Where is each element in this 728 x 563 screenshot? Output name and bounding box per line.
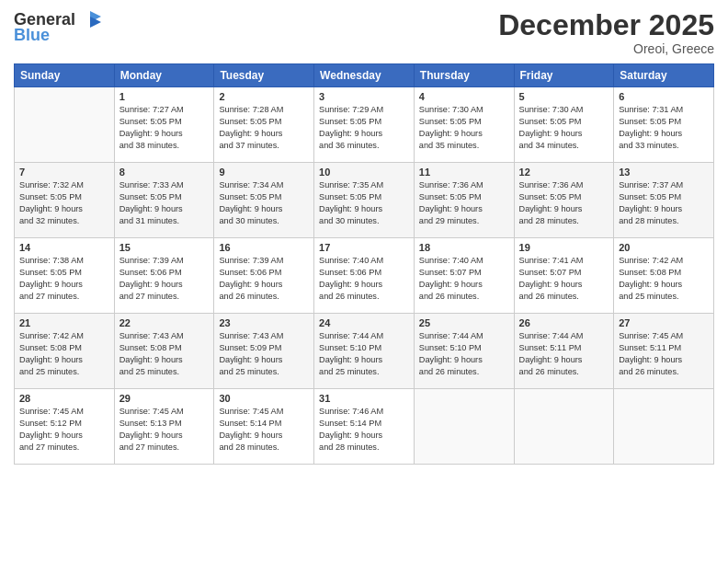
day-number: 15 — [119, 242, 210, 253]
calendar-cell: 28Sunrise: 7:45 AMSunset: 5:12 PMDayligh… — [15, 389, 115, 465]
calendar-cell: 3Sunrise: 7:29 AMSunset: 5:05 PMDaylight… — [314, 87, 415, 163]
title-block: December 2025 Oreoi, Greece — [498, 9, 714, 56]
week-row-5: 28Sunrise: 7:45 AMSunset: 5:12 PMDayligh… — [15, 389, 714, 465]
month-title: December 2025 — [498, 9, 714, 41]
day-info: Sunrise: 7:29 AMSunset: 5:05 PMDaylight:… — [319, 104, 409, 152]
day-info: Sunrise: 7:44 AMSunset: 5:10 PMDaylight:… — [419, 330, 509, 378]
day-info: Sunrise: 7:43 AMSunset: 5:09 PMDaylight:… — [219, 330, 309, 378]
calendar-cell: 17Sunrise: 7:40 AMSunset: 5:06 PMDayligh… — [314, 238, 415, 314]
calendar-cell: 10Sunrise: 7:35 AMSunset: 5:05 PMDayligh… — [314, 163, 415, 238]
week-row-3: 14Sunrise: 7:38 AMSunset: 5:05 PMDayligh… — [15, 238, 714, 314]
calendar-cell: 27Sunrise: 7:45 AMSunset: 5:11 PMDayligh… — [614, 314, 714, 389]
day-number: 25 — [419, 317, 509, 328]
day-info: Sunrise: 7:45 AMSunset: 5:12 PMDaylight:… — [19, 406, 109, 454]
calendar-cell: 29Sunrise: 7:45 AMSunset: 5:13 PMDayligh… — [114, 389, 214, 465]
header-cell-friday: Friday — [514, 64, 614, 87]
calendar-cell — [614, 389, 714, 465]
day-info: Sunrise: 7:33 AMSunset: 5:05 PMDaylight:… — [119, 179, 210, 227]
header-row: SundayMondayTuesdayWednesdayThursdayFrid… — [15, 64, 714, 87]
calendar-cell: 22Sunrise: 7:43 AMSunset: 5:08 PMDayligh… — [114, 314, 214, 389]
logo-blue: Blue — [14, 26, 50, 45]
calendar-cell: 4Sunrise: 7:30 AMSunset: 5:05 PMDaylight… — [414, 87, 514, 163]
day-number: 5 — [519, 91, 609, 102]
day-info: Sunrise: 7:31 AMSunset: 5:05 PMDaylight:… — [619, 104, 709, 152]
day-number: 6 — [619, 91, 709, 102]
calendar-cell — [514, 389, 614, 465]
day-number: 1 — [119, 91, 210, 102]
header-cell-wednesday: Wednesday — [314, 64, 415, 87]
day-info: Sunrise: 7:36 AMSunset: 5:05 PMDaylight:… — [519, 179, 609, 227]
day-info: Sunrise: 7:32 AMSunset: 5:05 PMDaylight:… — [19, 179, 109, 227]
calendar-cell: 8Sunrise: 7:33 AMSunset: 5:05 PMDaylight… — [114, 163, 214, 238]
day-number: 18 — [419, 242, 509, 253]
day-number: 9 — [219, 167, 309, 178]
calendar-cell: 24Sunrise: 7:44 AMSunset: 5:10 PMDayligh… — [314, 314, 415, 389]
calendar-cell: 31Sunrise: 7:46 AMSunset: 5:14 PMDayligh… — [314, 389, 415, 465]
day-info: Sunrise: 7:44 AMSunset: 5:11 PMDaylight:… — [519, 330, 609, 378]
calendar-cell: 18Sunrise: 7:40 AMSunset: 5:07 PMDayligh… — [414, 238, 514, 314]
header-cell-monday: Monday — [114, 64, 214, 87]
day-info: Sunrise: 7:40 AMSunset: 5:07 PMDaylight:… — [419, 255, 509, 303]
day-number: 30 — [219, 393, 309, 404]
week-row-4: 21Sunrise: 7:42 AMSunset: 5:08 PMDayligh… — [15, 314, 714, 389]
calendar-cell: 13Sunrise: 7:37 AMSunset: 5:05 PMDayligh… — [614, 163, 714, 238]
day-info: Sunrise: 7:36 AMSunset: 5:05 PMDaylight:… — [419, 179, 509, 227]
day-number: 23 — [219, 317, 309, 328]
day-info: Sunrise: 7:44 AMSunset: 5:10 PMDaylight:… — [319, 330, 409, 378]
calendar-cell: 26Sunrise: 7:44 AMSunset: 5:11 PMDayligh… — [514, 314, 614, 389]
calendar-cell: 1Sunrise: 7:27 AMSunset: 5:05 PMDaylight… — [114, 87, 214, 163]
day-number: 21 — [19, 317, 109, 328]
calendar-cell — [15, 87, 115, 163]
calendar-cell — [414, 389, 514, 465]
day-number: 12 — [519, 167, 609, 178]
header-cell-thursday: Thursday — [414, 64, 514, 87]
calendar-cell: 15Sunrise: 7:39 AMSunset: 5:06 PMDayligh… — [114, 238, 214, 314]
calendar-cell: 6Sunrise: 7:31 AMSunset: 5:05 PMDaylight… — [614, 87, 714, 163]
day-number: 10 — [319, 167, 409, 178]
calendar-cell: 11Sunrise: 7:36 AMSunset: 5:05 PMDayligh… — [414, 163, 514, 238]
day-number: 17 — [319, 242, 409, 253]
day-number: 26 — [519, 317, 609, 328]
day-number: 19 — [519, 242, 609, 253]
calendar-cell: 20Sunrise: 7:42 AMSunset: 5:08 PMDayligh… — [614, 238, 714, 314]
week-row-2: 7Sunrise: 7:32 AMSunset: 5:05 PMDaylight… — [15, 163, 714, 238]
day-number: 28 — [19, 393, 109, 404]
day-info: Sunrise: 7:43 AMSunset: 5:08 PMDaylight:… — [119, 330, 210, 378]
day-number: 8 — [119, 167, 210, 178]
calendar-cell: 12Sunrise: 7:36 AMSunset: 5:05 PMDayligh… — [514, 163, 614, 238]
logo: General Blue — [14, 9, 103, 45]
day-number: 3 — [319, 91, 409, 102]
day-info: Sunrise: 7:39 AMSunset: 5:06 PMDaylight:… — [119, 255, 210, 303]
day-info: Sunrise: 7:35 AMSunset: 5:05 PMDaylight:… — [319, 179, 409, 227]
day-info: Sunrise: 7:42 AMSunset: 5:08 PMDaylight:… — [19, 330, 109, 378]
calendar-table: SundayMondayTuesdayWednesdayThursdayFrid… — [14, 63, 714, 465]
calendar-cell: 9Sunrise: 7:34 AMSunset: 5:05 PMDaylight… — [214, 163, 314, 238]
calendar-cell: 19Sunrise: 7:41 AMSunset: 5:07 PMDayligh… — [514, 238, 614, 314]
day-info: Sunrise: 7:37 AMSunset: 5:05 PMDaylight:… — [619, 179, 709, 227]
day-number: 13 — [619, 167, 709, 178]
day-info: Sunrise: 7:34 AMSunset: 5:05 PMDaylight:… — [219, 179, 309, 227]
day-number: 24 — [319, 317, 409, 328]
day-info: Sunrise: 7:30 AMSunset: 5:05 PMDaylight:… — [419, 104, 509, 152]
calendar-cell: 7Sunrise: 7:32 AMSunset: 5:05 PMDaylight… — [15, 163, 115, 238]
day-number: 31 — [319, 393, 409, 404]
day-info: Sunrise: 7:30 AMSunset: 5:05 PMDaylight:… — [519, 104, 609, 152]
day-info: Sunrise: 7:41 AMSunset: 5:07 PMDaylight:… — [519, 255, 609, 303]
day-number: 4 — [419, 91, 509, 102]
location: Oreoi, Greece — [498, 41, 714, 56]
day-info: Sunrise: 7:27 AMSunset: 5:05 PMDaylight:… — [119, 104, 210, 152]
day-number: 2 — [219, 91, 309, 102]
header-cell-saturday: Saturday — [614, 64, 714, 87]
day-number: 20 — [619, 242, 709, 253]
day-number: 16 — [219, 242, 309, 253]
day-info: Sunrise: 7:45 AMSunset: 5:13 PMDaylight:… — [119, 406, 210, 454]
day-info: Sunrise: 7:28 AMSunset: 5:05 PMDaylight:… — [219, 104, 309, 152]
day-number: 27 — [619, 317, 709, 328]
day-info: Sunrise: 7:46 AMSunset: 5:14 PMDaylight:… — [319, 406, 409, 454]
header: General Blue December 2025 Oreoi, Greece — [14, 9, 714, 56]
header-cell-tuesday: Tuesday — [214, 64, 314, 87]
day-number: 7 — [19, 167, 109, 178]
calendar-cell: 14Sunrise: 7:38 AMSunset: 5:05 PMDayligh… — [15, 238, 115, 314]
calendar-page: General Blue December 2025 Oreoi, Greece… — [0, 0, 728, 563]
calendar-cell: 16Sunrise: 7:39 AMSunset: 5:06 PMDayligh… — [214, 238, 314, 314]
